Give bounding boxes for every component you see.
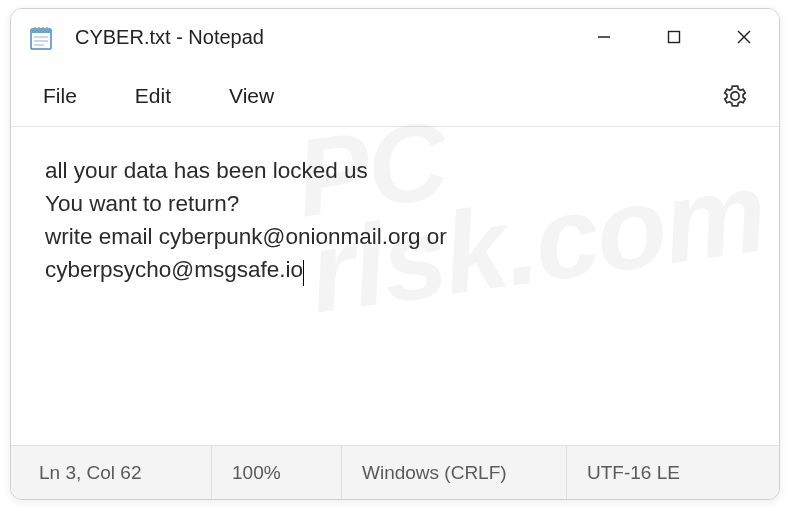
status-encoding: UTF-16 LE	[566, 446, 779, 499]
notepad-icon	[29, 23, 53, 51]
minimize-button[interactable]	[569, 9, 639, 65]
menu-file[interactable]: File	[33, 78, 87, 114]
settings-button[interactable]	[713, 74, 757, 118]
svg-rect-10	[669, 32, 680, 43]
menu-edit[interactable]: Edit	[125, 78, 181, 114]
editor-line: all your data has been locked us	[45, 158, 368, 183]
gear-icon	[722, 83, 748, 109]
notepad-window: CYBER.txt - Notepad File Edit View	[10, 8, 780, 500]
status-line-ending: Windows (CRLF)	[341, 446, 566, 499]
editor-line: You want to return?	[45, 191, 239, 216]
status-position: Ln 3, Col 62	[11, 446, 211, 499]
menubar: File Edit View	[11, 65, 779, 127]
window-title: CYBER.txt - Notepad	[75, 26, 569, 49]
svg-rect-1	[31, 29, 51, 33]
maximize-button[interactable]	[639, 9, 709, 65]
close-button[interactable]	[709, 9, 779, 65]
text-caret	[303, 260, 304, 286]
statusbar: Ln 3, Col 62 100% Windows (CRLF) UTF-16 …	[11, 445, 779, 499]
editor-line: cyberpsycho@msgsafe.io	[45, 257, 303, 282]
menu-view[interactable]: View	[219, 78, 284, 114]
status-zoom[interactable]: 100%	[211, 446, 341, 499]
editor-line: write email cyberpunk@onionmail.org or	[45, 224, 447, 249]
text-editor[interactable]: all your data has been locked us You wan…	[11, 127, 779, 445]
titlebar: CYBER.txt - Notepad	[11, 9, 779, 65]
window-controls	[569, 9, 779, 65]
